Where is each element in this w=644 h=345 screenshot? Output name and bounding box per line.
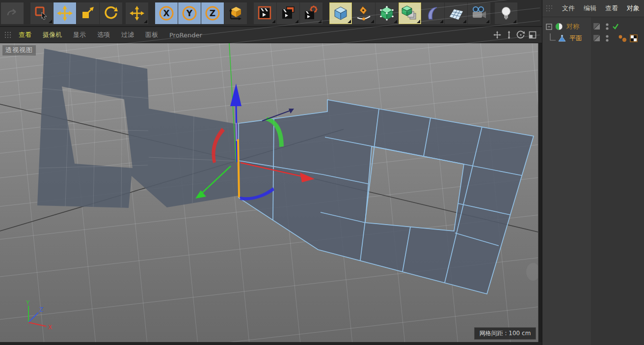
array-generator-button[interactable] bbox=[399, 2, 421, 24]
rotate-view-icon[interactable] bbox=[516, 30, 525, 39]
view-label: 透视视图 bbox=[2, 45, 36, 56]
menu-options[interactable]: 选项 bbox=[97, 30, 110, 39]
grid-spacing-badge: 网格间距 : 100 cm bbox=[474, 327, 536, 340]
clapperboard-gear-icon bbox=[303, 5, 319, 21]
clapperboard-frame-icon bbox=[257, 5, 273, 21]
light-button[interactable] bbox=[495, 2, 517, 24]
enabled-check-icon[interactable] bbox=[612, 23, 619, 30]
axis-x-label: X bbox=[48, 324, 52, 331]
object-manager-menubar: 文件 编辑 查看 对象 bbox=[542, 0, 644, 17]
phong-tag-icon[interactable] bbox=[617, 33, 628, 43]
menu-panel[interactable]: 面板 bbox=[145, 30, 158, 39]
lock-x-axis-button[interactable]: X bbox=[155, 2, 178, 24]
maximize-view-icon[interactable] bbox=[528, 30, 537, 39]
scale-tool-button[interactable] bbox=[77, 2, 99, 24]
lock-z-axis-button[interactable]: Z bbox=[201, 2, 224, 24]
uvw-coordinates-tag-icon[interactable] bbox=[629, 34, 638, 43]
render-picture-viewer-button[interactable] bbox=[277, 2, 299, 24]
menu-view[interactable]: 查看 bbox=[19, 30, 31, 39]
expander-icon[interactable] bbox=[545, 22, 554, 31]
circular-arrows-icon bbox=[103, 5, 119, 21]
movie-camera-icon bbox=[471, 5, 487, 22]
om-menu-objects[interactable]: 对象 bbox=[627, 4, 640, 13]
cube-copies-icon bbox=[402, 5, 418, 22]
deformer-button[interactable] bbox=[422, 2, 444, 24]
menu-camera[interactable]: 摄像机 bbox=[43, 30, 62, 39]
circle-letter-y: Y bbox=[181, 5, 198, 22]
render-settings-button[interactable] bbox=[300, 2, 322, 24]
undo-arrow-icon bbox=[5, 7, 19, 19]
selection-rect-cursor-icon bbox=[34, 6, 49, 21]
rotate-tool-button[interactable] bbox=[100, 2, 122, 24]
cinema4d-window: { "window": { "app": "Cinema 4D", "bg_co… bbox=[0, 0, 644, 345]
layer-toggle-icon[interactable] bbox=[593, 23, 601, 30]
render-view-button[interactable] bbox=[254, 2, 276, 24]
object-label-plane[interactable]: 平面 bbox=[569, 34, 582, 43]
object-row-symmetry[interactable]: 对称 bbox=[542, 21, 644, 32]
undo-button[interactable] bbox=[1, 2, 24, 24]
menu-display[interactable]: 显示 bbox=[73, 30, 86, 39]
symmetry-sphere-icon[interactable] bbox=[555, 22, 564, 31]
pan-icon[interactable] bbox=[493, 30, 502, 39]
cube-axes-icon bbox=[228, 5, 243, 21]
axis-z-letter: Z bbox=[210, 8, 215, 18]
hierarchy-connector bbox=[548, 33, 558, 43]
camera-button[interactable] bbox=[468, 2, 490, 24]
om-menu-edit[interactable]: 编辑 bbox=[584, 4, 596, 13]
layer-toggle-icon[interactable] bbox=[593, 34, 601, 42]
global-move-button[interactable] bbox=[126, 2, 148, 24]
perspective-grid-icon bbox=[448, 5, 464, 22]
circle-letter-z: Z bbox=[204, 5, 221, 22]
viewport-menubar: 查看 摄像机 显示 选项 过滤 面板 ProRender bbox=[0, 27, 542, 43]
lock-y-axis-button[interactable]: Y bbox=[178, 2, 201, 24]
axis-y-label: Y bbox=[26, 299, 30, 306]
subdivision-surface-button[interactable] bbox=[376, 2, 398, 24]
axis-triad: Y Z X bbox=[18, 299, 57, 333]
main-toolbar: X Y Z bbox=[0, 0, 542, 27]
viewport-nav-icons bbox=[493, 30, 542, 39]
plane-triangle-icon[interactable] bbox=[558, 34, 566, 43]
square-diagonal-arrow-icon bbox=[80, 6, 95, 21]
perspective-viewport[interactable] bbox=[0, 43, 538, 342]
four-way-arrow-icon bbox=[56, 5, 73, 22]
clapperboard-box-icon bbox=[280, 5, 296, 21]
menu-prorender[interactable]: ProRender bbox=[169, 31, 202, 39]
om-menu-view[interactable]: 查看 bbox=[605, 4, 618, 13]
primitive-cube-button[interactable] bbox=[329, 2, 352, 24]
four-way-arrow-icon bbox=[129, 5, 145, 21]
move-tool-button[interactable] bbox=[54, 2, 76, 24]
gizmo-overlap-segment bbox=[236, 123, 237, 141]
menu-filter[interactable]: 过滤 bbox=[121, 30, 134, 39]
live-selection-button[interactable] bbox=[30, 2, 53, 24]
panel-grip-icon[interactable] bbox=[4, 31, 14, 39]
axis-x-letter: X bbox=[163, 8, 169, 18]
om-menu-file[interactable]: 文件 bbox=[562, 4, 575, 13]
spline-pen-button[interactable] bbox=[352, 2, 375, 24]
pen-curve-icon bbox=[356, 5, 372, 21]
axis-z-label: Z bbox=[39, 306, 43, 313]
gizmo-orange-axis-handle[interactable] bbox=[238, 140, 239, 197]
viewport-bottom-strip bbox=[0, 342, 542, 345]
object-row-plane[interactable]: 平面 bbox=[542, 32, 644, 44]
visibility-dots-icon[interactable] bbox=[605, 22, 610, 31]
tag-column-background bbox=[591, 17, 644, 345]
visibility-dots-icon[interactable] bbox=[605, 34, 610, 43]
axis-y-letter: Y bbox=[186, 8, 193, 18]
panel-grip-icon[interactable] bbox=[545, 4, 553, 12]
coordinate-system-button[interactable] bbox=[224, 2, 247, 24]
object-label-symmetry[interactable]: 对称 bbox=[566, 22, 579, 31]
light-bulb-icon bbox=[499, 5, 513, 21]
circle-letter-x: X bbox=[158, 5, 175, 22]
